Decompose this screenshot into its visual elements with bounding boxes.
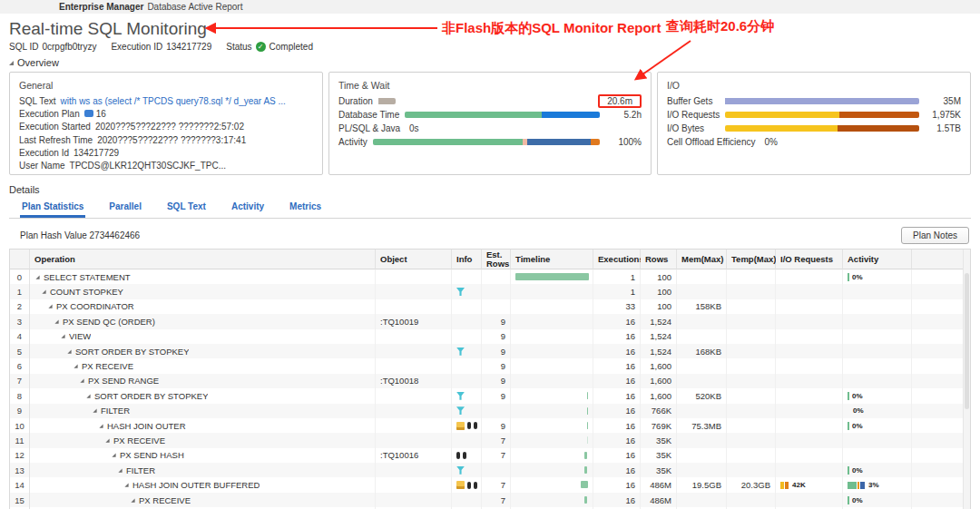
tab-activity[interactable]: Activity [230,197,266,215]
object-cell [376,299,452,314]
operation-cell: PX SEND HASH [30,448,376,463]
info-cell [452,344,482,358]
operation-cell: SELECT STATEMENT [30,269,376,284]
est-rows-cell: 9 [482,418,511,433]
collapse-icon[interactable] [67,349,71,353]
timeline-cell [511,433,593,447]
table-row[interactable]: 5SORT ORDER BY STOPKEY9161,524168KB [10,344,970,358]
table-row[interactable]: 11PX RECEIVE71635K [10,433,970,447]
table-row[interactable]: 10HASH JOIN OUTER916769K75.3MB0% [10,418,970,433]
tab-plan-statistics[interactable]: Plan Statistics [20,197,85,218]
collapse-icon[interactable] [105,438,109,442]
info-cell [452,493,482,507]
operation-cell: FILTER [30,404,376,418]
metric-row: Activity100% [338,135,642,149]
operation-cell: PX RECEIVE [30,493,376,507]
activity-tick [848,392,849,400]
temp-max-cell [727,433,776,447]
metric-value: 100% [605,137,642,147]
collapse-icon[interactable] [112,454,115,457]
metric-label: PL/SQL & Java [338,123,400,133]
field-label: Execution Plan [19,109,80,119]
field-value: 16 [96,109,106,119]
collapse-icon[interactable] [86,394,90,397]
metric-label: Cell Offload Efficiency [667,137,755,147]
table-row[interactable]: 12PX SEND HASH:TQ1001671635K [10,448,970,463]
table-row[interactable]: 13FILTER1635K0% [10,463,970,477]
collapse-icon[interactable] [80,379,83,383]
sql-id-value: 0crpgfb0tryzy [42,42,96,52]
join-icon [456,481,465,489]
table-row[interactable]: 3PX SEND QC (ORDER):TQ100199161,524 [10,314,970,328]
io-requests-cell [776,433,843,447]
tab-metrics[interactable]: Metrics [288,197,323,215]
table-row[interactable]: 6PX RECEIVE9161,600 [10,358,970,373]
rows-cell: 100 [641,269,677,284]
activity-cell [843,344,912,358]
collapse-icon[interactable] [42,289,45,293]
table-row[interactable]: 2PX COORDINATOR33100158KB [10,299,970,314]
table-row[interactable]: 7PX SEND RANGE:TQ100189161,600 [10,374,970,388]
cell-filler [912,329,970,344]
cell-filler [912,344,970,358]
details-section-label: Details [9,184,971,195]
collapse-icon[interactable] [74,364,77,367]
collapse-icon[interactable] [48,305,52,308]
tab-parallel[interactable]: Parallel [107,197,143,215]
table-row[interactable]: 8SORT ORDER BY STOPKEY9161,600520KB0% [10,388,970,403]
est-rows-cell: 9 [482,374,511,388]
filter-icon [456,466,465,475]
check-icon: ✓ [256,42,266,52]
table-row[interactable]: 1COUNT STOPKEY1100 [10,284,970,299]
io-bar-segment [785,482,789,489]
table-row[interactable]: 4VIEW9161,524 [10,329,970,344]
activity-value: 3% [868,481,879,489]
binoculars-icon [467,422,477,429]
timeline-cell [511,358,593,373]
temp-max-cell [727,448,776,463]
timeline-cell [511,463,593,477]
est-rows-cell: 9 [482,329,511,344]
tab-sql-text[interactable]: SQL Text [165,197,208,215]
info-cell [452,314,482,328]
table-row[interactable]: 0SELECT STATEMENT11000% [10,269,970,284]
object-cell [376,463,452,477]
operation-name: PX RECEIVE [82,361,133,371]
io-bar-segment [780,482,784,489]
overview-section-toggle[interactable]: Overview [9,57,971,68]
row-number: 7 [10,374,30,388]
duration-note-annotation: 查询耗时20.6分钟 [666,18,774,35]
io-requests-cell [776,299,843,314]
object-cell [376,388,452,403]
executions-cell: 16 [593,404,641,418]
collapse-icon[interactable] [35,275,39,279]
collapse-icon[interactable] [118,468,122,472]
time-wait-panel: Time & Wait Duration20.6mDatabase Time5.… [328,72,652,175]
object-cell: :TQ10019 [376,314,452,328]
table-row[interactable]: 14HASH JOIN OUTER BUFFERED716486M19.5GB2… [10,477,970,492]
timeline-cell [511,284,593,299]
sql-text-link[interactable]: with ws as (select /* TPCDS query78.sql … [61,96,286,106]
operation-cell: PX COORDINATOR [30,299,376,314]
general-row: User NameTPCDS@LKR12QHT30SCJKF_TPC... [19,159,313,171]
collapse-icon [9,61,14,65]
scrollbar-thumb[interactable] [965,273,969,409]
vertical-scrollbar[interactable] [963,250,970,509]
collapse-icon[interactable] [99,424,103,427]
executions-cell: 33 [593,299,641,314]
mem-max-cell [677,404,727,418]
sql-id-label: SQL ID [9,42,38,52]
timeline-cell [511,314,593,328]
general-row: Execution Id134217729 [19,146,313,159]
plan-notes-button[interactable]: Plan Notes [901,227,969,244]
table-row[interactable]: 9FILTER16766K0% [10,404,970,418]
table-row[interactable]: 15PX RECEIVE716486M0% [10,493,970,507]
collapse-icon[interactable] [131,498,134,502]
temp-max-cell: 20.3GB [727,477,776,492]
row-number: 6 [10,358,30,373]
collapse-icon[interactable] [124,484,128,487]
collapse-icon[interactable] [54,319,58,323]
collapse-icon[interactable] [93,409,96,413]
execution-id-value: 134217729 [166,42,211,52]
collapse-icon[interactable] [61,335,64,338]
